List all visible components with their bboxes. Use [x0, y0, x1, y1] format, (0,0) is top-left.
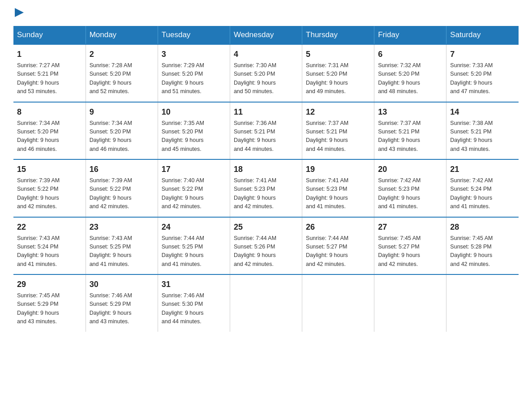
- day-info: Sunrise: 7:39 AMSunset: 5:22 PMDaylight:…: [17, 176, 82, 211]
- calendar-day-cell: 30Sunrise: 7:46 AMSunset: 5:29 PMDayligh…: [86, 274, 158, 332]
- day-number: 20: [378, 163, 442, 176]
- day-number: 22: [17, 221, 82, 233]
- calendar-week-row: 29Sunrise: 7:45 AMSunset: 5:29 PMDayligh…: [13, 274, 519, 332]
- day-info: Sunrise: 7:32 AMSunset: 5:20 PMDaylight:…: [378, 61, 442, 96]
- day-info: Sunrise: 7:44 AMSunset: 5:27 PMDaylight:…: [306, 234, 370, 269]
- day-info: Sunrise: 7:41 AMSunset: 5:23 PMDaylight:…: [306, 176, 370, 211]
- day-number: 23: [90, 221, 154, 233]
- calendar-day-cell: 20Sunrise: 7:42 AMSunset: 5:23 PMDayligh…: [374, 159, 446, 217]
- calendar-week-row: 15Sunrise: 7:39 AMSunset: 5:22 PMDayligh…: [13, 159, 519, 217]
- calendar-day-cell: 8Sunrise: 7:34 AMSunset: 5:20 PMDaylight…: [13, 102, 86, 160]
- calendar-day-cell: 14Sunrise: 7:38 AMSunset: 5:21 PMDayligh…: [446, 102, 519, 160]
- day-number: 29: [17, 278, 82, 291]
- day-number: 7: [450, 48, 515, 60]
- calendar-day-cell: 13Sunrise: 7:37 AMSunset: 5:21 PMDayligh…: [374, 102, 446, 160]
- calendar-day-cell: 3Sunrise: 7:29 AMSunset: 5:20 PMDaylight…: [158, 44, 230, 102]
- day-info: Sunrise: 7:37 AMSunset: 5:21 PMDaylight:…: [378, 119, 442, 154]
- day-info: Sunrise: 7:33 AMSunset: 5:20 PMDaylight:…: [450, 61, 515, 96]
- day-number: 8: [17, 106, 82, 118]
- day-info: Sunrise: 7:38 AMSunset: 5:21 PMDaylight:…: [450, 119, 515, 154]
- day-number: 31: [162, 278, 226, 291]
- calendar-day-cell: 4Sunrise: 7:30 AMSunset: 5:20 PMDaylight…: [230, 44, 302, 102]
- calendar-day-cell: 15Sunrise: 7:39 AMSunset: 5:22 PMDayligh…: [13, 159, 86, 217]
- day-info: Sunrise: 7:46 AMSunset: 5:30 PMDaylight:…: [162, 291, 226, 326]
- day-info: Sunrise: 7:27 AMSunset: 5:21 PMDaylight:…: [17, 61, 82, 96]
- weekday-header-tuesday: Tuesday: [158, 26, 230, 44]
- calendar-day-cell: 9Sunrise: 7:34 AMSunset: 5:20 PMDaylight…: [86, 102, 158, 160]
- day-info: Sunrise: 7:45 AMSunset: 5:28 PMDaylight:…: [450, 234, 515, 269]
- calendar-day-cell: 18Sunrise: 7:41 AMSunset: 5:23 PMDayligh…: [230, 159, 302, 217]
- day-number: 4: [234, 48, 298, 60]
- calendar-day-cell: 1Sunrise: 7:27 AMSunset: 5:21 PMDaylight…: [13, 44, 86, 102]
- day-number: 6: [378, 48, 442, 60]
- calendar-day-cell: 6Sunrise: 7:32 AMSunset: 5:20 PMDaylight…: [374, 44, 446, 102]
- logo: [13, 9, 24, 17]
- day-info: Sunrise: 7:44 AMSunset: 5:26 PMDaylight:…: [234, 234, 298, 269]
- day-number: 25: [234, 221, 298, 233]
- calendar-day-cell: 29Sunrise: 7:45 AMSunset: 5:29 PMDayligh…: [13, 274, 86, 332]
- day-number: 17: [162, 163, 226, 176]
- day-info: Sunrise: 7:42 AMSunset: 5:23 PMDaylight:…: [378, 176, 442, 211]
- day-info: Sunrise: 7:46 AMSunset: 5:29 PMDaylight:…: [90, 291, 154, 326]
- svg-marker-0: [15, 8, 24, 17]
- calendar-day-cell: 7Sunrise: 7:33 AMSunset: 5:20 PMDaylight…: [446, 44, 519, 102]
- calendar-day-cell: 27Sunrise: 7:45 AMSunset: 5:27 PMDayligh…: [374, 217, 446, 275]
- day-info: Sunrise: 7:34 AMSunset: 5:20 PMDaylight:…: [17, 119, 82, 154]
- day-number: 10: [162, 106, 226, 118]
- calendar-day-cell: 5Sunrise: 7:31 AMSunset: 5:20 PMDaylight…: [302, 44, 374, 102]
- calendar-day-cell: 21Sunrise: 7:42 AMSunset: 5:24 PMDayligh…: [446, 159, 519, 217]
- day-info: Sunrise: 7:39 AMSunset: 5:22 PMDaylight:…: [90, 176, 154, 211]
- day-number: 1: [17, 48, 82, 60]
- day-info: Sunrise: 7:31 AMSunset: 5:20 PMDaylight:…: [306, 61, 370, 96]
- calendar-day-cell: [302, 274, 374, 332]
- weekday-header-saturday: Saturday: [446, 26, 519, 44]
- weekday-header-monday: Monday: [86, 26, 158, 44]
- calendar-day-cell: 17Sunrise: 7:40 AMSunset: 5:22 PMDayligh…: [158, 159, 230, 217]
- day-info: Sunrise: 7:30 AMSunset: 5:20 PMDaylight:…: [234, 61, 298, 96]
- calendar-day-cell: 12Sunrise: 7:37 AMSunset: 5:21 PMDayligh…: [302, 102, 374, 160]
- weekday-header-wednesday: Wednesday: [230, 26, 302, 44]
- page-header: [13, 9, 519, 17]
- day-info: Sunrise: 7:28 AMSunset: 5:20 PMDaylight:…: [90, 61, 154, 96]
- day-number: 15: [17, 163, 82, 176]
- day-number: 9: [90, 106, 154, 118]
- calendar-week-row: 8Sunrise: 7:34 AMSunset: 5:20 PMDaylight…: [13, 102, 519, 160]
- calendar-day-cell: 22Sunrise: 7:43 AMSunset: 5:24 PMDayligh…: [13, 217, 86, 275]
- calendar-day-cell: 19Sunrise: 7:41 AMSunset: 5:23 PMDayligh…: [302, 159, 374, 217]
- calendar-table: SundayMondayTuesdayWednesdayThursdayFrid…: [13, 26, 519, 332]
- day-info: Sunrise: 7:35 AMSunset: 5:20 PMDaylight:…: [162, 119, 226, 154]
- day-number: 21: [450, 163, 515, 176]
- calendar-day-cell: [446, 274, 519, 332]
- day-info: Sunrise: 7:40 AMSunset: 5:22 PMDaylight:…: [162, 176, 226, 211]
- day-info: Sunrise: 7:45 AMSunset: 5:29 PMDaylight:…: [17, 291, 82, 326]
- day-info: Sunrise: 7:45 AMSunset: 5:27 PMDaylight:…: [378, 234, 442, 269]
- calendar-day-cell: 23Sunrise: 7:43 AMSunset: 5:25 PMDayligh…: [86, 217, 158, 275]
- day-info: Sunrise: 7:44 AMSunset: 5:25 PMDaylight:…: [162, 234, 226, 269]
- calendar-day-cell: 24Sunrise: 7:44 AMSunset: 5:25 PMDayligh…: [158, 217, 230, 275]
- day-info: Sunrise: 7:43 AMSunset: 5:24 PMDaylight:…: [17, 234, 82, 269]
- weekday-header-thursday: Thursday: [302, 26, 374, 44]
- weekday-header-sunday: Sunday: [13, 26, 86, 44]
- day-number: 16: [90, 163, 154, 176]
- calendar-day-cell: [374, 274, 446, 332]
- weekday-header-friday: Friday: [374, 26, 446, 44]
- day-number: 13: [378, 106, 442, 118]
- calendar-day-cell: 26Sunrise: 7:44 AMSunset: 5:27 PMDayligh…: [302, 217, 374, 275]
- day-number: 18: [234, 163, 298, 176]
- weekday-header-row: SundayMondayTuesdayWednesdayThursdayFrid…: [13, 26, 519, 44]
- calendar-day-cell: 25Sunrise: 7:44 AMSunset: 5:26 PMDayligh…: [230, 217, 302, 275]
- day-number: 11: [234, 106, 298, 118]
- day-info: Sunrise: 7:37 AMSunset: 5:21 PMDaylight:…: [306, 119, 370, 154]
- day-number: 30: [90, 278, 154, 291]
- calendar-week-row: 22Sunrise: 7:43 AMSunset: 5:24 PMDayligh…: [13, 217, 519, 275]
- calendar-day-cell: 2Sunrise: 7:28 AMSunset: 5:20 PMDaylight…: [86, 44, 158, 102]
- day-number: 14: [450, 106, 515, 118]
- day-number: 3: [162, 48, 226, 60]
- day-info: Sunrise: 7:42 AMSunset: 5:24 PMDaylight:…: [450, 176, 515, 211]
- day-number: 12: [306, 106, 370, 118]
- calendar-day-cell: 16Sunrise: 7:39 AMSunset: 5:22 PMDayligh…: [86, 159, 158, 217]
- logo-arrow-icon: [15, 8, 24, 17]
- day-number: 27: [378, 221, 442, 233]
- calendar-day-cell: 31Sunrise: 7:46 AMSunset: 5:30 PMDayligh…: [158, 274, 230, 332]
- day-info: Sunrise: 7:29 AMSunset: 5:20 PMDaylight:…: [162, 61, 226, 96]
